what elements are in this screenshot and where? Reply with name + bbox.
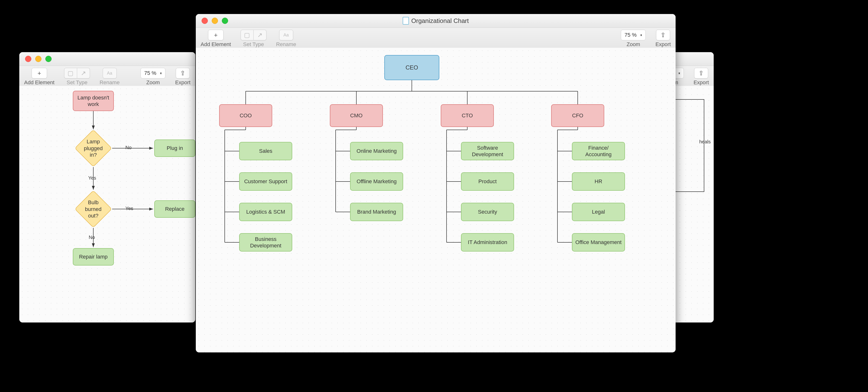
add-element-label: Add Element bbox=[200, 41, 231, 48]
export-icon: ⇪ bbox=[660, 31, 666, 39]
zoom-stepper[interactable]: 75 % ▴▾ bbox=[141, 68, 165, 79]
node-dept[interactable]: Brand Marketing bbox=[350, 203, 403, 221]
node-dept[interactable]: Software Development bbox=[461, 142, 514, 160]
rename-label: Rename bbox=[276, 41, 296, 48]
zoom-stepper[interactable]: 75 % ▴▾ bbox=[621, 30, 646, 40]
rename-icon: Aa bbox=[283, 33, 289, 38]
node-dept[interactable]: Offline Marketing bbox=[350, 172, 403, 191]
rename-icon: Aa bbox=[107, 71, 112, 76]
node-dept[interactable]: Office Management bbox=[572, 233, 625, 252]
node-icon: ▢ bbox=[244, 31, 250, 39]
node-ceo[interactable]: CEO bbox=[384, 55, 439, 80]
rename-label: Rename bbox=[100, 79, 120, 86]
export-label: Export bbox=[693, 79, 709, 86]
window-lamp-flowchart: + Add Element ▢ ↗ Set Type Aa Rename 75 … bbox=[19, 52, 195, 323]
node-dept[interactable]: Business Development bbox=[239, 233, 292, 252]
node-dept[interactable]: Finance/ Accounting bbox=[572, 142, 625, 160]
window-org-chart: Organizational Chart + Add Element ▢ ↗ S… bbox=[196, 14, 676, 353]
plus-icon: + bbox=[37, 69, 41, 77]
edge-icon: ↗ bbox=[257, 31, 262, 39]
node-cto[interactable]: CTO bbox=[441, 104, 494, 127]
node-cfo[interactable]: CFO bbox=[551, 104, 604, 127]
node-dept[interactable]: Logistics & SCM bbox=[239, 203, 292, 221]
settype-label: Set Type bbox=[243, 41, 264, 48]
titlebar[interactable] bbox=[19, 52, 195, 66]
node-dept[interactable]: Legal bbox=[572, 203, 625, 221]
zoom-value: 75 % bbox=[624, 32, 637, 38]
zoom-label: Zoom bbox=[146, 79, 160, 86]
node-dept[interactable]: Sales bbox=[239, 142, 292, 160]
node-plug-in[interactable]: Plug in bbox=[154, 140, 195, 157]
zoom-button[interactable] bbox=[222, 18, 228, 24]
minimize-button[interactable] bbox=[35, 56, 41, 62]
edge-label-no: No bbox=[89, 234, 95, 240]
zoom-label: Zoom bbox=[627, 41, 640, 48]
node-lamp-broken[interactable]: Lamp doesn't work bbox=[73, 91, 114, 111]
titlebar[interactable]: Organizational Chart bbox=[196, 14, 676, 28]
node-icon: ▢ bbox=[67, 69, 73, 77]
settype-node-button[interactable]: ▢ bbox=[64, 68, 77, 79]
node-coo[interactable]: COO bbox=[219, 104, 272, 127]
canvas-lamp[interactable]: Lamp doesn't work Lamp plugged in? Plug … bbox=[19, 86, 195, 323]
export-icon: ⇪ bbox=[699, 69, 704, 77]
export-icon: ⇪ bbox=[180, 69, 185, 77]
node-dept[interactable]: IT Administration bbox=[461, 233, 514, 252]
edge-label-no: No bbox=[125, 145, 132, 150]
rename-button[interactable]: Aa bbox=[279, 30, 293, 40]
export-button[interactable]: ⇪ bbox=[694, 68, 708, 79]
node-cmo[interactable]: CMO bbox=[330, 104, 383, 127]
node-replace[interactable]: Replace bbox=[154, 200, 195, 218]
export-label: Export bbox=[175, 79, 190, 86]
edge-label-heals: heals bbox=[699, 139, 711, 145]
node-bulb-burned[interactable]: Bulb burned out? bbox=[74, 190, 112, 228]
node-dept[interactable]: Customer Support bbox=[239, 172, 292, 191]
export-button[interactable]: ⇪ bbox=[176, 68, 190, 79]
minimize-button[interactable] bbox=[212, 18, 218, 24]
add-element-label: Add Element bbox=[24, 79, 55, 86]
node-repair-lamp[interactable]: Repair lamp bbox=[73, 248, 114, 265]
export-label: Export bbox=[655, 41, 671, 48]
settype-edge-button[interactable]: ↗ bbox=[77, 68, 90, 79]
toolbar: + Add Element ▢ ↗ Set Type Aa Rename 75 … bbox=[196, 28, 676, 50]
edge-label-yes: Yes bbox=[88, 175, 96, 181]
edge-label-yes: Yes bbox=[125, 206, 133, 211]
canvas-org[interactable]: CEO COO CMO CTO CFO Sales Customer Suppo… bbox=[196, 48, 676, 353]
node-lamp-plugged[interactable]: Lamp plugged in? bbox=[74, 130, 112, 167]
document-icon bbox=[403, 17, 409, 25]
settype-edge-button[interactable]: ↗ bbox=[254, 30, 267, 40]
node-dept[interactable]: HR bbox=[572, 172, 625, 191]
zoom-button[interactable] bbox=[45, 56, 52, 62]
close-button[interactable] bbox=[25, 56, 31, 62]
node-dept[interactable]: Product bbox=[461, 172, 514, 191]
edge-icon: ↗ bbox=[81, 69, 86, 77]
settype-label: Set Type bbox=[66, 79, 87, 86]
toolbar: + Add Element ▢ ↗ Set Type Aa Rename 75 … bbox=[19, 66, 195, 88]
node-dept[interactable]: Security bbox=[461, 203, 514, 221]
rename-button[interactable]: Aa bbox=[103, 68, 117, 79]
settype-node-button[interactable]: ▢ bbox=[241, 30, 254, 40]
add-element-button[interactable]: + bbox=[208, 30, 223, 40]
close-button[interactable] bbox=[202, 18, 208, 24]
export-button[interactable]: ⇪ bbox=[656, 30, 670, 40]
add-element-button[interactable]: + bbox=[32, 68, 47, 79]
window-title: Organizational Chart bbox=[196, 17, 676, 25]
zoom-value: 75 % bbox=[144, 70, 156, 76]
node-dept[interactable]: Online Marketing bbox=[350, 142, 403, 160]
plus-icon: + bbox=[214, 31, 217, 39]
